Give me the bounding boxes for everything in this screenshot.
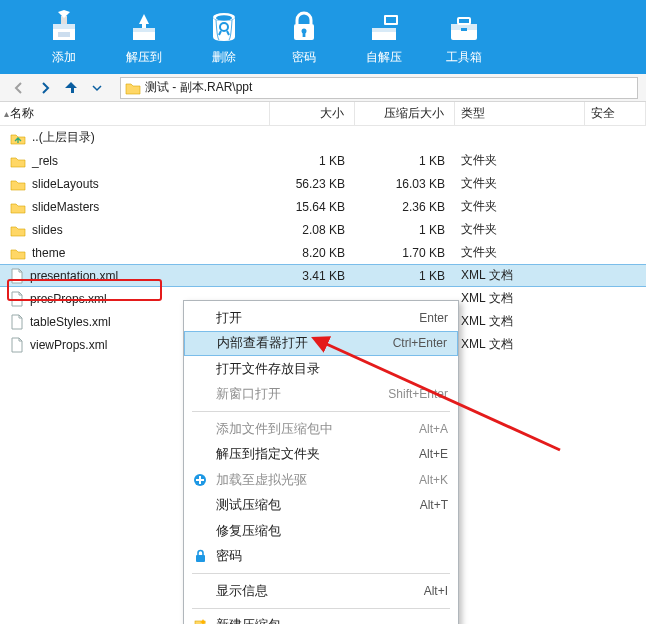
column-name[interactable]: ▴ 名称	[0, 102, 270, 125]
table-row[interactable]: ..(上层目录)	[0, 126, 646, 149]
file-name: ..(上层目录)	[32, 129, 95, 146]
menu-item[interactable]: 打开Enter	[184, 305, 458, 331]
delete-button[interactable]: 删除	[184, 8, 264, 66]
password-button[interactable]: 密码	[264, 8, 344, 66]
toolbox-button[interactable]: 工具箱	[424, 8, 504, 66]
menu-item-shortcut: Shift+Enter	[388, 387, 448, 401]
menu-item-label: 密码	[216, 547, 448, 565]
column-safe[interactable]: 安全	[585, 102, 646, 125]
menu-item-shortcut: Ctrl+Enter	[393, 336, 447, 350]
file-type: XML 文档	[461, 313, 513, 330]
navigation-bar: 测试 - 副本.RAR\ppt	[0, 74, 646, 102]
menu-item: 加载至虚拟光驱Alt+K	[184, 467, 458, 493]
menu-item: 添加文件到压缩包中Alt+A	[184, 416, 458, 442]
column-type[interactable]: 类型	[455, 102, 585, 125]
menu-item[interactable]: 内部查看器打开Ctrl+Enter	[184, 331, 458, 357]
file-type: 文件夹	[461, 175, 497, 192]
file-type: XML 文档	[461, 267, 513, 284]
menu-item-shortcut: Enter	[419, 311, 448, 325]
trash-icon	[207, 8, 241, 45]
folder-icon	[10, 246, 26, 260]
menu-item[interactable]: 测试压缩包Alt+T	[184, 493, 458, 519]
column-size[interactable]: 大小	[270, 102, 355, 125]
menu-item[interactable]: 新建压缩包	[184, 613, 458, 625]
table-row[interactable]: slides2.08 KB1 KB文件夹	[0, 218, 646, 241]
svg-rect-6	[303, 32, 306, 37]
svg-rect-11	[458, 18, 470, 24]
menu-item[interactable]: 密码	[184, 544, 458, 570]
menu-item[interactable]: 显示信息Alt+I	[184, 578, 458, 604]
file-name: slideLayouts	[32, 177, 99, 191]
file-name: presProps.xml	[30, 292, 107, 306]
file-name: presentation.xml	[30, 269, 118, 283]
folder-icon	[10, 177, 26, 191]
file-name: slideMasters	[32, 200, 99, 214]
lock-icon	[288, 8, 320, 45]
folder-icon	[10, 223, 26, 237]
file-compressed-size: 16.03 KB	[396, 177, 445, 191]
toolbox-icon	[446, 8, 482, 45]
context-menu: 打开Enter内部查看器打开Ctrl+Enter打开文件存放目录新窗口打开Shi…	[183, 300, 459, 624]
folder-icon	[125, 81, 141, 95]
file-size: 8.20 KB	[302, 246, 345, 260]
file-type: 文件夹	[461, 152, 497, 169]
table-row[interactable]: slideLayouts56.23 KB16.03 KB文件夹	[0, 172, 646, 195]
nav-dropdown-button[interactable]	[86, 78, 108, 98]
file-size: 15.64 KB	[296, 200, 345, 214]
file-compressed-size: 2.36 KB	[402, 200, 445, 214]
column-headers: ▴ 名称 大小 压缩后大小 类型 安全	[0, 102, 646, 126]
column-compressed[interactable]: 压缩后大小	[355, 102, 455, 125]
file-icon	[10, 268, 24, 284]
table-row[interactable]: slideMasters15.64 KB2.36 KB文件夹	[0, 195, 646, 218]
menu-item[interactable]: 解压到指定文件夹Alt+E	[184, 442, 458, 468]
file-compressed-size: 1 KB	[419, 223, 445, 237]
svg-rect-8	[386, 17, 396, 23]
nav-forward-button[interactable]	[34, 78, 56, 98]
menu-item-label: 解压到指定文件夹	[216, 445, 419, 463]
nav-up-button[interactable]	[60, 78, 82, 98]
menu-item-label: 打开文件存放目录	[216, 360, 448, 378]
menu-item-label: 内部查看器打开	[217, 334, 393, 352]
sort-asc-icon: ▴	[4, 108, 9, 119]
menu-item-label: 加载至虚拟光驱	[216, 471, 419, 489]
file-size: 2.08 KB	[302, 223, 345, 237]
add-archive-icon	[45, 8, 83, 45]
sfx-button[interactable]: 自解压	[344, 8, 424, 66]
menu-item: 新窗口打开Shift+Enter	[184, 382, 458, 408]
svg-rect-0	[58, 32, 70, 37]
lock-icon	[190, 549, 210, 563]
file-name: tableStyles.xml	[30, 315, 111, 329]
menu-item-shortcut: Alt+T	[420, 498, 448, 512]
nav-back-button[interactable]	[8, 78, 30, 98]
menu-item[interactable]: 修复压缩包	[184, 518, 458, 544]
file-compressed-size: 1 KB	[419, 269, 445, 283]
file-name: slides	[32, 223, 63, 237]
svg-rect-12	[461, 28, 467, 31]
file-name: viewProps.xml	[30, 338, 107, 352]
table-row[interactable]: presentation.xml3.41 KB1 KBXML 文档	[0, 264, 646, 287]
file-name: theme	[32, 246, 65, 260]
svg-point-3	[216, 15, 232, 21]
folder-icon	[10, 200, 26, 214]
add-label: 添加	[52, 49, 76, 66]
menu-item-label: 显示信息	[216, 582, 424, 600]
password-label: 密码	[292, 49, 316, 66]
add-button[interactable]: 添加	[24, 8, 104, 66]
path-input[interactable]: 测试 - 副本.RAR\ppt	[120, 77, 638, 99]
menu-item-shortcut: Alt+E	[419, 447, 448, 461]
file-type: XML 文档	[461, 290, 513, 307]
new-icon	[190, 618, 210, 624]
toolbox-label: 工具箱	[446, 49, 482, 66]
menu-item-label: 测试压缩包	[216, 496, 420, 514]
file-size: 1 KB	[319, 154, 345, 168]
table-row[interactable]: theme8.20 KB1.70 KB文件夹	[0, 241, 646, 264]
file-size: 3.41 KB	[302, 269, 345, 283]
table-row[interactable]: _rels1 KB1 KB文件夹	[0, 149, 646, 172]
menu-separator	[192, 608, 450, 609]
svg-rect-1	[142, 20, 146, 28]
extract-button[interactable]: 解压到	[104, 8, 184, 66]
plus-icon	[190, 473, 210, 487]
menu-item[interactable]: 打开文件存放目录	[184, 356, 458, 382]
file-name: _rels	[32, 154, 58, 168]
file-size: 56.23 KB	[296, 177, 345, 191]
